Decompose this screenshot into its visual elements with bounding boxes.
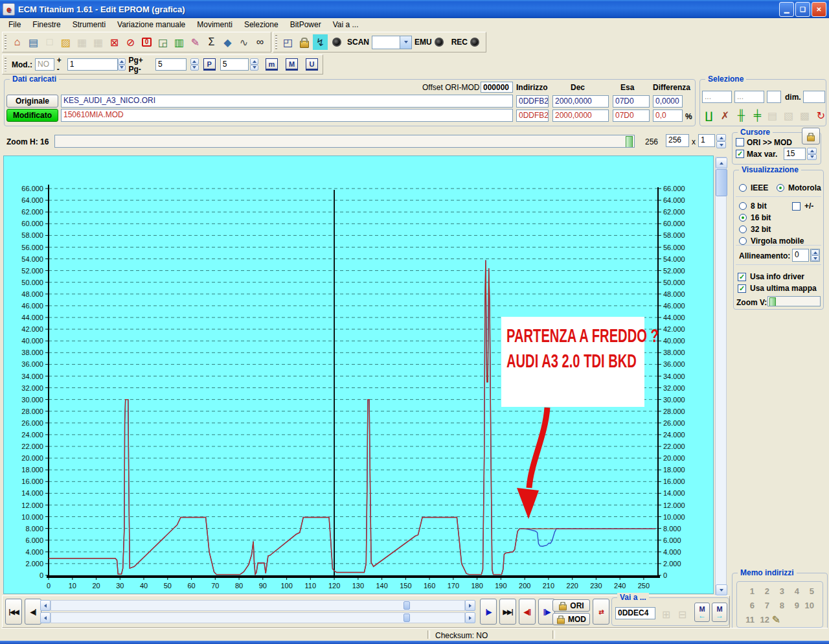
scan-dropdown-arrow-icon[interactable] [400,36,412,49]
close-button[interactable]: ✕ [812,2,826,17]
selection-equal-icon[interactable]: ╪ [750,108,765,123]
max-var-spinner[interactable] [807,148,817,160]
zoom-h-slider-thumb[interactable] [626,136,633,148]
ieee-radio-icon[interactable] [739,184,747,192]
ori-to-mod-checkbox[interactable] [736,138,744,146]
memo-min-icon[interactable]: m [264,57,279,73]
pg-spinner[interactable] [190,58,199,71]
originale-file-field[interactable]: KES_AUDI_A3_NICO.ORI [61,95,513,108]
step-back-icon[interactable]: ◀| [25,599,41,625]
hscroll-mod-thumb[interactable] [403,614,410,622]
cursore-lock-button[interactable] [802,128,820,144]
step-spinner[interactable] [118,58,126,71]
memo-slot-9[interactable]: 9 [789,601,799,610]
max-var-checkbox[interactable] [736,150,744,158]
memo-slot-8[interactable]: 8 [774,601,784,610]
zoom-v-slider[interactable] [767,296,821,306]
run-emulator-icon[interactable]: ↯ [313,34,328,50]
compare-maps-icon[interactable]: ⇄ [593,599,609,625]
memo-slot-11[interactable]: 11 [744,615,755,625]
menu-vai-a[interactable]: Vai a ... [327,19,365,30]
cols-field[interactable]: 256 [666,134,689,147]
unit-icon[interactable]: U [304,57,319,73]
zoom-v-slider-thumb[interactable] [769,297,776,306]
open-folder-icon[interactable]: ▨ [58,34,73,50]
radio-16-bit[interactable]: 16 bit [739,212,804,224]
memo-slot-7[interactable]: 7 [759,601,769,610]
home-icon[interactable]: ⌂ [10,34,25,50]
memo-slot-1[interactable]: 1 [744,586,755,596]
reload-selection-icon[interactable]: ↻ [813,108,828,123]
binoculars-icon[interactable]: ∞ [253,34,267,50]
emu-led-icon[interactable] [435,38,444,47]
usa-info-driver-option[interactable]: Usa info driver [738,271,804,282]
variation-barred-icon[interactable]: ⊠ [107,34,122,50]
motorola-radio-icon[interactable] [777,184,784,192]
pg-field[interactable]: 5 [155,58,187,71]
usa-ultima-mappa-checkbox[interactable] [738,284,746,293]
scan-dropdown[interactable] [372,36,412,49]
selezione-start-field[interactable]: ... [702,91,732,103]
menu-file[interactable]: File [3,19,27,30]
selection-delete-icon[interactable]: ✗ [718,108,732,123]
modificato-file-field[interactable]: 150610MIA.MOD [61,109,513,122]
prev-diff-icon[interactable]: ◀|| [519,599,536,625]
hscroll-ori-right-icon[interactable] [465,600,475,611]
radio-icon[interactable] [739,214,747,222]
map-graph-canvas[interactable]: 002.0002.0004.0004.0006.0006.0008.0008.0… [3,155,714,594]
go-last-icon[interactable]: ▶▶| [499,599,516,625]
radio-virgola-mobile[interactable]: Virgola mobile [739,235,804,247]
step-field[interactable]: 1 [67,58,118,71]
selection-extend-icon[interactable]: ╫ [734,108,749,123]
allineamento-field[interactable]: 0 [792,249,809,262]
hscroll-mod-right-icon[interactable] [465,612,475,623]
menu-movimenti[interactable]: Movimenti [191,19,238,30]
rows-spinner[interactable] [716,134,726,148]
scroll-down-icon[interactable] [716,584,727,595]
selezione-end-field[interactable]: ... [734,91,764,103]
memo-slot-4[interactable]: 4 [789,586,799,596]
lock-icon[interactable] [297,34,312,50]
memo-edit-icon[interactable]: ✎ [769,612,784,627]
memo-slot-2[interactable]: 2 [759,586,769,596]
memo-prev-button[interactable]: M ← [694,603,710,622]
status-led-icon[interactable] [329,34,344,50]
radio-motorola[interactable]: Motorola [777,182,821,194]
selezione-len-field[interactable] [767,91,781,103]
menu-variazione-manuale[interactable]: Variazione manuale [111,19,191,30]
radio-32-bit[interactable]: 32 bit [739,224,804,235]
p-marker-icon[interactable]: P [202,57,217,73]
menu-selezione[interactable]: Selezione [238,19,284,30]
radio-icon[interactable] [739,237,747,245]
menu-bitpower[interactable]: BitPower [284,19,327,30]
memo-slot-6[interactable]: 6 [744,601,755,610]
vai-a-field[interactable]: 0DDEC4 [615,607,655,619]
modificato-button[interactable]: Modificato [6,109,58,122]
max-var-field[interactable]: 15 [784,148,806,160]
minimize-button[interactable]: ▁ [779,2,794,17]
plus-minus-checkbox[interactable] [792,202,801,211]
menu-finestre[interactable]: Finestre [27,19,66,30]
hscroll-mod-left-icon[interactable] [40,612,51,623]
allineamento-spinner[interactable] [810,249,820,262]
radio-icon[interactable] [739,202,747,210]
memo-slot-10[interactable]: 10 [804,601,814,610]
rec-led-icon[interactable] [470,38,479,47]
copy-pages-icon[interactable]: ▤ [26,34,41,50]
sum-icon[interactable]: Σ [204,34,219,50]
radio-ieee[interactable]: IEEE [739,182,768,194]
go-first-icon[interactable]: |◀◀ [5,599,22,625]
page-field[interactable]: 5 [220,58,249,71]
driver-file-icon[interactable]: ◲ [155,34,170,50]
hscroll-ori[interactable] [51,600,465,611]
shapes-icon[interactable]: ◆ [220,34,235,50]
memo-slot-5[interactable]: 5 [804,586,814,596]
hscroll-ori-thumb[interactable] [403,601,410,610]
usa-info-driver-checkbox[interactable] [738,273,746,281]
dim-field[interactable] [803,91,825,103]
hscroll-mod[interactable] [51,612,465,623]
hscro-ori-left-icon[interactable] [40,600,51,611]
variation-zero-icon[interactable]: 0 [139,34,154,50]
usa-ultima-mappa-option[interactable]: Usa ultima mappa [738,282,817,294]
variation-undo-icon[interactable]: ⊘ [123,34,138,50]
